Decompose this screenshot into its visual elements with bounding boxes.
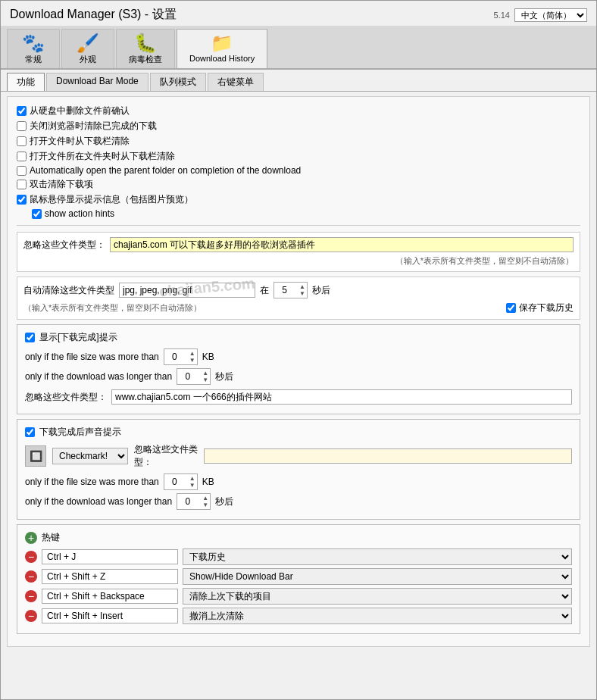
hotkeys-section: + 热键 − 下载历史 Show/Hide Download Bar 清除上次下… <box>17 524 580 634</box>
virus-icon: 🐛 <box>134 34 157 52</box>
auto-clear-input[interactable] <box>119 283 255 298</box>
version-label: 5.14 <box>494 11 510 20</box>
remove-hotkey-2-button[interactable]: − <box>25 590 37 602</box>
hotkey-action-1[interactable]: 下载历史 Show/Hide Download Bar 清除上次下载的项目 撤消… <box>183 568 572 585</box>
hotkey-action-0[interactable]: 下载历史 Show/Hide Download Bar 清除上次下载的项目 撤消… <box>183 548 572 565</box>
checkbox-row-5: Automatically open the parent folder on … <box>17 165 580 176</box>
hotkey-combo-3[interactable] <box>42 608 178 623</box>
checkbox-1-label: 从硬盘中删除文件前确认 <box>30 105 130 117</box>
sound-checkbox[interactable] <box>25 427 35 437</box>
auto-clear-bottom-row: （输入*表示所有文件类型，留空则不自动清除） 保存下载历史 <box>23 302 574 314</box>
checkbox-row-6: 双击清除下载项 <box>17 178 580 191</box>
file-size-input[interactable] <box>166 352 189 362</box>
sound-file-size-input[interactable] <box>166 477 189 487</box>
sound-download-longer-input[interactable] <box>179 496 202 507</box>
checkbox-show-hints[interactable] <box>32 209 42 219</box>
checkbox-row-3: 打开文件时从下载栏清除 <box>17 135 580 148</box>
divider-1 <box>17 225 580 226</box>
download-complete-checkbox[interactable] <box>25 333 35 342</box>
sound-file-size-suffix: KB <box>202 477 214 487</box>
hotkey-action-3[interactable]: 下载历史 Show/Hide Download Bar 清除上次下载的项目 撤消… <box>183 608 572 624</box>
auto-clear-in-label: 在 <box>260 284 269 297</box>
subtab-function-label: 功能 <box>17 77 35 87</box>
lang-select-wrap: 5.14 中文（简体） <box>494 8 587 22</box>
save-history-label: 保存下载历史 <box>519 302 574 314</box>
subtab-barmode-label: Download Bar Mode <box>56 76 139 86</box>
download-longer-suffix: 秒后 <box>215 370 233 383</box>
subtab-contextmenu-label: 右键菜单 <box>217 77 254 87</box>
download-longer-arrows: ▲▼ <box>202 370 208 383</box>
checkbox-1[interactable] <box>17 106 27 116</box>
remove-hotkey-3-button[interactable]: − <box>25 610 37 622</box>
sound-select[interactable]: Checkmark! Beep Ding Custom <box>52 448 128 464</box>
window-title: Download Manager (S3) - 设置 <box>10 7 177 23</box>
checkbox-row-1: 从硬盘中删除文件前确认 <box>17 105 580 117</box>
general-icon: 🐾 <box>22 34 45 52</box>
checkbox-5[interactable] <box>17 166 27 176</box>
subtab-bar-mode[interactable]: Download Bar Mode <box>46 73 148 91</box>
download-complete-title: 显示[下载完成]提示 <box>25 331 572 344</box>
ignore-types-row: 忽略这些文件类型： (function(){ var el = document… <box>23 237 574 252</box>
add-hotkey-button[interactable]: + <box>25 532 37 544</box>
download-complete-section: 显示[下载完成]提示 only if the file size was mor… <box>17 324 580 414</box>
checkbox-7[interactable] <box>17 195 27 205</box>
subtab-context-menu[interactable]: 右键菜单 <box>208 73 264 91</box>
tab-appearance[interactable]: 🖌️ 外观 <box>61 29 114 68</box>
tab-history[interactable]: 📁 Download History <box>177 29 267 68</box>
hotkey-action-2[interactable]: 下载历史 Show/Hide Download Bar 清除上次下载的项目 撤消… <box>183 588 572 605</box>
sound-type-input[interactable] <box>204 448 572 464</box>
hotkey-row-3: − 下载历史 Show/Hide Download Bar 清除上次下载的项目 … <box>25 608 572 624</box>
general-tab-label: 常规 <box>25 54 42 65</box>
subtab-queue[interactable]: 队列模式 <box>150 73 206 91</box>
checkbox-6[interactable] <box>17 180 27 189</box>
subtab-function[interactable]: 功能 <box>7 73 45 91</box>
tab-virus[interactable]: 🐛 病毒检查 <box>116 29 175 68</box>
checkbox-2-label: 关闭浏览器时清除已完成的下载 <box>30 120 157 133</box>
language-select[interactable]: 中文（简体） <box>514 8 587 22</box>
sound-file-size-row: only if the file size was more than ▲▼ K… <box>25 473 572 490</box>
save-history-wrap: 保存下载历史 <box>506 302 574 314</box>
checkbox-3-label: 打开文件时从下载栏清除 <box>30 135 130 148</box>
remove-hotkey-1-button[interactable]: − <box>25 570 37 583</box>
checkbox-3[interactable] <box>17 136 27 146</box>
checkbox-4[interactable] <box>17 152 27 161</box>
sound-file-icon: 🔲 <box>25 445 46 467</box>
checkbox-5-label: Automatically open the parent folder on … <box>30 165 301 176</box>
sound-download-longer-arrows: ▲▼ <box>202 495 208 508</box>
save-history-checkbox[interactable] <box>506 303 516 313</box>
hotkey-combo-2[interactable] <box>42 589 178 604</box>
hotkey-combo-0[interactable] <box>42 549 178 564</box>
download-longer-prefix: only if the download was longer than <box>25 371 172 382</box>
checkbox-hints-label: show action hints <box>45 208 114 219</box>
checkbox-6-label: 双击清除下载项 <box>30 178 93 191</box>
tab-general[interactable]: 🐾 常规 <box>7 29 60 68</box>
checkbox-4-label: 打开文件所在文件夹时从下载栏清除 <box>30 150 175 163</box>
hotkey-row-2: − 下载历史 Show/Hide Download Bar 清除上次下载的项目 … <box>25 588 572 605</box>
sound-icon-glyph: 🔲 <box>30 450 42 462</box>
appearance-icon: 🖌️ <box>77 34 99 52</box>
ignore-types-2-input[interactable] <box>111 389 572 405</box>
main-window: Download Manager (S3) - 设置 5.14 中文（简体） 🐾… <box>0 0 597 700</box>
ignore-types-input[interactable] <box>110 237 574 252</box>
checkbox-2[interactable] <box>17 121 27 131</box>
virus-tab-label: 病毒检查 <box>129 54 162 65</box>
auto-clear-suffix-label: 秒后 <box>312 284 330 297</box>
download-longer-input[interactable] <box>179 371 202 382</box>
file-size-arrows: ▲▼ <box>189 350 195 364</box>
hotkeys-title-label: 热键 <box>42 531 60 544</box>
sound-download-longer-suffix: 秒后 <box>215 495 233 508</box>
spinner-arrows: ▲▼ <box>299 283 305 297</box>
sound-file-size-arrows: ▲▼ <box>189 475 195 489</box>
icon-tabs-bar: 🐾 常规 🖌️ 外观 🐛 病毒检查 📁 Download History <box>1 26 596 70</box>
history-icon: 📁 <box>211 34 233 52</box>
download-complete-label: 显示[下载完成]提示 <box>39 331 117 344</box>
hotkey-combo-1[interactable] <box>42 569 178 584</box>
remove-hotkey-0-button[interactable]: − <box>25 551 37 563</box>
auto-clear-seconds-input[interactable] <box>276 285 298 295</box>
sound-inner-row: 🔲 Checkmark! Beep Ding Custom 忽略这些文件类型： <box>25 443 572 469</box>
download-longer-spinner: ▲▼ <box>177 368 211 385</box>
file-size-suffix: KB <box>202 352 214 362</box>
checkbox-row-7: 鼠标悬停显示提示信息（包括图片预览） <box>17 193 580 206</box>
ignore-types-label: 忽略这些文件类型： <box>23 239 105 252</box>
appearance-tab-label: 外观 <box>80 54 96 65</box>
